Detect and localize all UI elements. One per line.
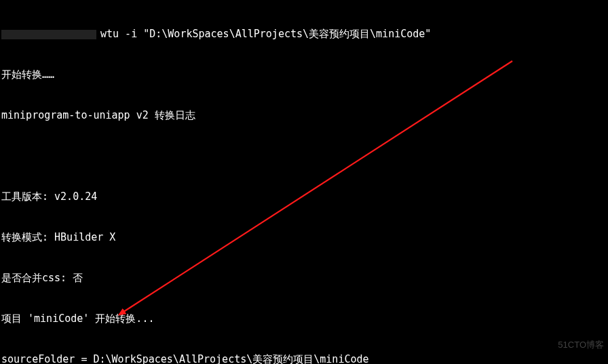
log-line: sourceFolder = D:\WorkSpaces\AllProjects… (1, 352, 607, 364)
redacted-prompt (1, 30, 96, 39)
log-line: 开始转换…… (1, 68, 607, 81)
log-line: 项目 'miniCode' 开始转换... (1, 312, 607, 325)
log-line: miniprogram-to-uniapp v2 转换日志 (1, 108, 607, 122)
terminal-output[interactable]: wtu -i "D:\WorkSpaces\AllProjects\美容预约项目… (0, 0, 608, 364)
log-line: 转换模式: HBuilder X (1, 230, 607, 244)
command-text: wtu -i "D:\WorkSpaces\AllProjects\美容预约项目… (100, 28, 431, 40)
log-line (1, 149, 607, 163)
log-line: 工具版本: v2.0.24 (1, 190, 607, 203)
log-line: 是否合并css: 否 (1, 271, 607, 285)
command-line: wtu -i "D:\WorkSpaces\AllProjects\美容预约项目… (1, 27, 607, 41)
